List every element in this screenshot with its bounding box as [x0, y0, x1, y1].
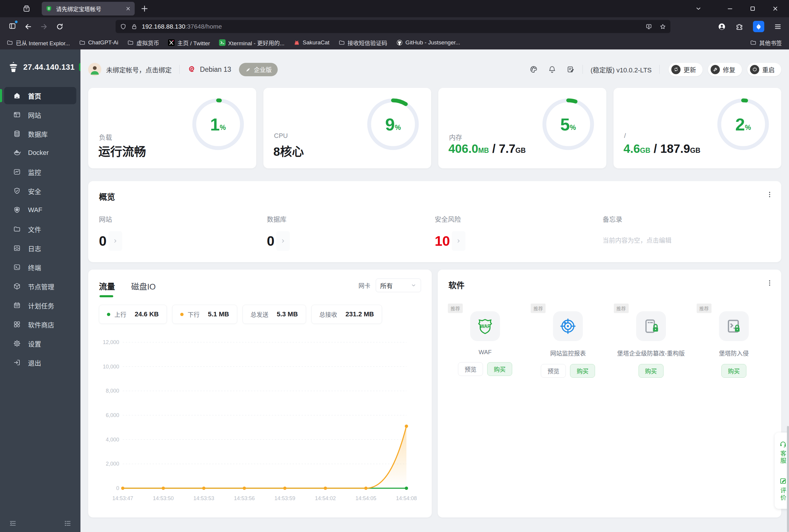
float-label: 客服	[779, 450, 788, 465]
bookmark-item[interactable]: 接收短信验证码	[336, 38, 390, 48]
browser-titlebar: 请先绑定宝塔帐号	[0, 0, 789, 17]
stat-card-负载[interactable]: 负载运行流畅1%	[88, 88, 256, 168]
waf-shield-iconbox[interactable]: WAF	[470, 311, 500, 341]
nic-select[interactable]: 所有	[376, 279, 421, 292]
sidebar-item-终端[interactable]: 终端	[4, 259, 76, 276]
buy-button[interactable]: 购买	[487, 362, 512, 376]
bell-icon[interactable]	[548, 65, 556, 74]
kebab-menu-icon[interactable]	[766, 191, 773, 198]
stat-label: 负载	[99, 132, 112, 141]
reload-icon[interactable]	[56, 23, 64, 31]
forward-icon[interactable]	[40, 23, 48, 31]
changelog-note-icon[interactable]	[566, 65, 575, 74]
terminal-lock-iconbox[interactable]	[719, 311, 749, 341]
sidebar-item-设置[interactable]: 设置	[4, 335, 76, 352]
sidebar-item-退出[interactable]: 退出	[4, 354, 76, 371]
sidebar-item-数据库[interactable]: 数据库	[4, 125, 76, 142]
bookmark-item[interactable]: ChatGPT-Ai	[77, 38, 121, 47]
bookmark-item[interactable]: 虚拟货币	[125, 38, 162, 48]
float-label: 评价	[779, 487, 788, 501]
stat-card-CPU[interactable]: CPU8核心9%	[263, 88, 431, 168]
buy-button[interactable]: 购买	[570, 364, 595, 378]
debian-icon	[187, 65, 196, 74]
bind-account-link[interactable]: 未绑定帐号，点击绑定	[106, 65, 172, 74]
window-maximize-icon[interactable]	[749, 5, 756, 12]
sidebar-item-label: 监控	[28, 167, 41, 177]
window-close-icon[interactable]	[772, 5, 779, 12]
sidebar-item-日志[interactable]: 日志	[4, 240, 76, 257]
scrollbar-thumb[interactable]	[787, 426, 789, 532]
pill-value: 231.2 MB	[346, 310, 374, 318]
site-monitor-iconbox[interactable]	[553, 311, 583, 341]
sidebar-item-网站[interactable]: 网站	[4, 106, 76, 123]
sidebar-item-文件[interactable]: 文件	[4, 221, 76, 238]
bookmark-item[interactable]: GitHub - Justsenger...	[394, 38, 463, 47]
sakuracat-icon	[294, 39, 300, 46]
bookmark-item[interactable]: Xterminal - 更好用的...	[217, 38, 287, 48]
new-tab-icon[interactable]	[140, 4, 149, 13]
bird-icon	[755, 23, 763, 31]
sidebar-item-节点管理[interactable]: 节点管理	[4, 278, 76, 295]
tab-list-chevron-icon[interactable]	[695, 5, 702, 12]
tracking-shield-icon[interactable]	[120, 23, 127, 30]
preview-button[interactable]: 预览	[458, 362, 483, 376]
other-bookmarks[interactable]: 其他书签	[748, 38, 784, 48]
bookmark-item[interactable]: 已从 Internet Explor...	[4, 38, 72, 48]
overview-item-value: 10	[435, 233, 450, 249]
buy-button[interactable]: 购买	[639, 364, 663, 378]
chevron-right-button[interactable]	[276, 231, 290, 251]
repair-icon	[711, 65, 720, 74]
panel-version: (稳定版) v10.0.2-LTS	[590, 65, 652, 74]
action-label: 修复	[723, 65, 735, 74]
chevron-right-button[interactable]	[109, 231, 122, 251]
window-minimize-icon[interactable]	[727, 5, 734, 12]
chevron-right-button[interactable]	[452, 231, 465, 251]
bookmark-star-icon[interactable]	[659, 23, 666, 30]
bookmark-item[interactable]: 主页 / Twitter	[166, 38, 212, 48]
translate-extension-icon[interactable]	[753, 21, 764, 32]
sidebar-toggle-icon[interactable]	[8, 22, 16, 30]
buy-button[interactable]: 购买	[721, 364, 746, 378]
kebab-menu-icon[interactable]	[766, 279, 773, 287]
更新-button[interactable]: 更新	[669, 63, 702, 76]
tab-流量[interactable]: 流量	[99, 280, 115, 297]
svg-text:10,000: 10,000	[103, 364, 119, 370]
theme-palette-icon[interactable]	[529, 65, 538, 74]
bookmark-item[interactable]: SakuraCat	[291, 38, 332, 47]
other-bookmarks-label: 其他书签	[759, 39, 782, 47]
menu-hamburger-icon[interactable]	[774, 23, 782, 31]
server-lock-iconbox[interactable]	[636, 311, 666, 341]
url-bar[interactable]: 192.168.88.130:37648/home	[116, 20, 671, 33]
firefox-view-icon[interactable]	[22, 4, 31, 13]
stat-card-/[interactable]: /4.6GB / 187.9GB2%	[614, 88, 782, 168]
files-icon	[13, 225, 21, 233]
tab-close-icon[interactable]	[125, 6, 131, 12]
extensions-puzzle-icon[interactable]	[735, 23, 744, 31]
stat-label: /	[624, 132, 626, 140]
sidebar-item-计划任务[interactable]: 计划任务	[4, 297, 76, 314]
panel-logo[interactable]: 27.44.140.131 5	[7, 61, 80, 73]
sidebar-item-Docker[interactable]: Docker	[4, 144, 76, 162]
preview-button[interactable]: 预览	[541, 364, 566, 378]
menu-list-icon[interactable]	[64, 519, 72, 527]
back-icon[interactable]	[24, 23, 32, 31]
stat-card-内存[interactable]: 内存406.0MB / 7.7GB5%	[438, 88, 606, 168]
overview-item-网站: 网站0	[99, 210, 267, 251]
browser-tab[interactable]: 请先绑定宝塔帐号	[42, 2, 135, 16]
重启-button[interactable]: 重启	[747, 63, 781, 76]
sidebar-item-首页[interactable]: 首页	[4, 87, 76, 104]
sidebar-item-软件商店[interactable]: 软件商店	[4, 316, 76, 333]
collapse-sidebar-icon[interactable]	[9, 519, 17, 527]
avatar[interactable]	[88, 63, 101, 76]
edition-badge[interactable]: 企业版	[239, 63, 278, 76]
memo-placeholder[interactable]: 当前内容为空，点击编辑	[603, 235, 771, 244]
sidebar-item-监控[interactable]: 监控	[4, 163, 76, 180]
修复-button[interactable]: 修复	[708, 63, 742, 76]
sidebar-item-WAF[interactable]: WAF	[4, 201, 76, 218]
account-icon[interactable]	[718, 23, 726, 31]
sidebar-item-安全[interactable]: 安全	[4, 182, 76, 200]
tab-磁盘IO[interactable]: 磁盘IO	[131, 280, 156, 297]
lock-icon[interactable]	[131, 23, 138, 30]
software-item-WAF: 推荐WAFWAF预览购买	[444, 303, 526, 378]
send-to-device-icon[interactable]	[645, 23, 652, 30]
